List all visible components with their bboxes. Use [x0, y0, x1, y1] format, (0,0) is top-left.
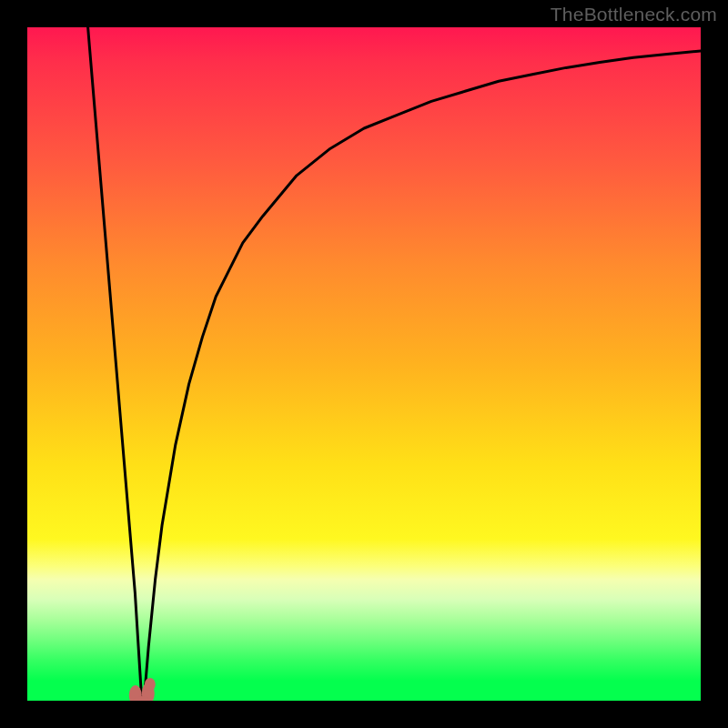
- bottleneck-curve: [88, 27, 701, 701]
- svg-point-3: [145, 678, 156, 691]
- plot-area: [27, 27, 701, 701]
- watermark-text: TheBottleneck.com: [551, 4, 717, 25]
- curve-layer: [27, 27, 701, 701]
- chart-frame: TheBottleneck.com: [0, 0, 728, 728]
